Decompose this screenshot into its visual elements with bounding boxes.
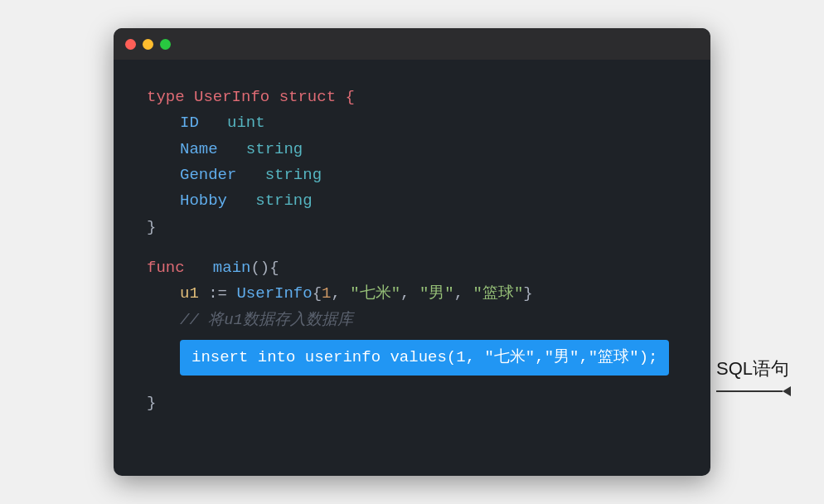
sql-statement-highlight: insert into userinfo values(1, "七米","男",…: [180, 340, 669, 376]
keyword-func: func: [147, 259, 185, 277]
minimize-button[interactable]: [143, 39, 153, 50]
func-main: main: [213, 259, 251, 277]
annotation-label: SQL语句: [716, 358, 789, 379]
type-string-gender: string: [265, 166, 322, 184]
field-gender: Gender: [180, 166, 236, 184]
keyword-type: type UserInfo struct {: [147, 88, 355, 106]
code-line-9: u1 := UserInfo{1, "七米", "男", "篮球"}: [147, 281, 677, 307]
code-editor: type UserInfo struct { ID uint Name stri…: [114, 60, 710, 442]
code-line-5: Hobby string: [147, 188, 677, 214]
code-line-12: }: [147, 390, 677, 416]
code-line-11: insert into userinfo values(1, "七米","男",…: [147, 337, 677, 376]
type-string-hobby: string: [255, 191, 312, 210]
var-u1: u1: [180, 284, 199, 303]
code-line-3: Name string: [147, 137, 677, 162]
closing-brace-func: }: [147, 394, 156, 412]
closing-brace-struct: }: [147, 218, 156, 236]
code-line-4: Gender string: [147, 162, 677, 188]
code-line-10: // 将u1数据存入数据库: [147, 308, 677, 333]
type-uint: uint: [227, 114, 265, 132]
type-string-name: string: [246, 140, 303, 158]
code-line-1: type UserInfo struct {: [147, 85, 677, 110]
comment-save: // 将u1数据存入数据库: [180, 311, 353, 329]
code-window: type UserInfo struct { ID uint Name stri…: [114, 28, 710, 476]
field-name: Name: [180, 140, 218, 158]
maximize-button[interactable]: [160, 39, 171, 50]
title-bar: [114, 28, 710, 60]
sql-annotation: SQL语句: [716, 356, 791, 396]
code-line-2: ID uint: [147, 110, 677, 136]
arrow-head-icon: [783, 386, 791, 396]
close-button[interactable]: [125, 39, 136, 50]
field-id: ID: [180, 114, 199, 132]
arrow-shaft: [716, 390, 783, 392]
field-hobby: Hobby: [180, 191, 227, 210]
code-line-6: }: [147, 215, 677, 240]
struct-userinfo: UserInfo: [236, 284, 312, 303]
annotation-arrow: [716, 386, 791, 396]
code-line-8: func main(){: [147, 255, 677, 281]
